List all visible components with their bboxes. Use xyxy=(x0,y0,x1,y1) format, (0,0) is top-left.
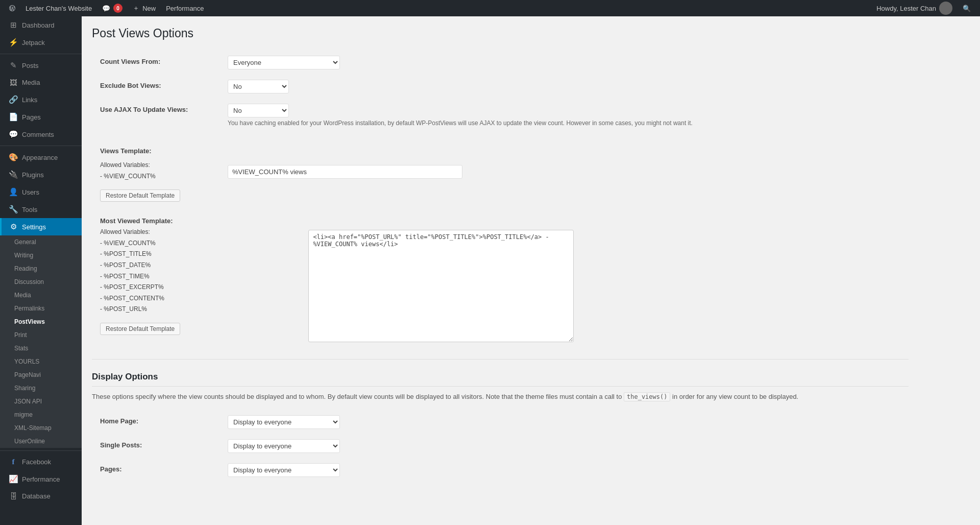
sidebar-item-users[interactable]: 👤 Users xyxy=(0,183,82,201)
home-page-select[interactable]: Display to everyone Display to logged in… xyxy=(228,415,340,429)
pages-label: Pages: xyxy=(92,458,219,482)
display-options-table: Home Page: Display to everyone Display t… xyxy=(92,410,909,482)
count-views-label: Count Views From: xyxy=(92,51,219,75)
comments-nav-icon: 💬 xyxy=(9,130,18,139)
sidebar-item-label: Dashboard xyxy=(22,21,55,29)
views-template-input[interactable] xyxy=(228,165,462,179)
site-name-link[interactable]: Lester Chan's Website xyxy=(20,0,97,16)
submenu-item-general[interactable]: General xyxy=(0,235,82,249)
submenu-item-stats[interactable]: Stats xyxy=(0,342,82,355)
users-icon: 👤 xyxy=(9,187,18,197)
ajax-update-label: Use AJAX To Update Views: xyxy=(92,99,219,132)
sidebar-item-jetpack[interactable]: ⚡ Jetpack xyxy=(0,34,82,51)
search-icon: 🔍 xyxy=(963,5,971,12)
media-icon: 🖼 xyxy=(9,78,18,87)
submenu-item-yourls[interactable]: YOURLS xyxy=(0,355,82,368)
sidebar-item-label: Jetpack xyxy=(22,39,45,46)
sidebar-item-label: Appearance xyxy=(22,154,58,161)
home-page-label: Home Page: xyxy=(92,410,219,434)
howdy-menu[interactable]: Howdy, Lester Chan xyxy=(871,0,958,16)
submenu-item-print[interactable]: Print xyxy=(0,328,82,342)
sidebar-item-dashboard[interactable]: ⊞ Dashboard xyxy=(0,16,82,34)
comments-count: 0 xyxy=(113,4,122,13)
sidebar-item-label: Facebook xyxy=(22,458,51,466)
submenu-item-pagenavi[interactable]: PageNavi xyxy=(0,368,82,381)
submenu-item-useronline[interactable]: UserOnline xyxy=(0,435,82,448)
display-options-heading: Display Options xyxy=(92,372,909,387)
database-icon: 🗄 xyxy=(9,492,18,500)
sidebar-item-label: Links xyxy=(22,96,37,104)
sidebar-item-facebook[interactable]: f Facebook xyxy=(0,454,82,470)
sidebar-item-settings[interactable]: ⚙ Settings xyxy=(0,218,82,235)
wp-logo[interactable] xyxy=(4,0,20,16)
facebook-icon: f xyxy=(9,458,18,466)
most-viewed-label: Most Viewed Template: xyxy=(100,217,173,225)
submenu-item-sharing[interactable]: Sharing xyxy=(0,381,82,395)
ajax-description: You have caching enabled for your WordPr… xyxy=(228,120,900,127)
exclude-bot-select[interactable]: No Yes xyxy=(228,80,289,93)
new-label: New xyxy=(142,5,156,12)
views-template-label: Views Template: xyxy=(92,140,219,160)
sidebar-item-label: Media xyxy=(22,79,40,86)
settings-icon: ⚙ xyxy=(9,222,18,231)
settings-submenu: General Writing Reading Discussion Media… xyxy=(0,235,82,448)
main-content: Post Views Options Count Views From: Eve… xyxy=(82,16,980,525)
pages-display-select[interactable]: Display to everyone Display to logged in… xyxy=(228,463,340,477)
sidebar-item-database[interactable]: 🗄 Database xyxy=(0,488,82,505)
submenu-item-discussion[interactable]: Discussion xyxy=(0,275,82,289)
most-viewed-restore-button[interactable]: Restore Default Template xyxy=(100,323,180,335)
most-viewed-allowed-vars: Allowed Variables: - %VIEW_COUNT% - %POS… xyxy=(100,227,292,315)
sidebar-item-tools[interactable]: 🔧 Tools xyxy=(0,201,82,218)
jetpack-icon: ⚡ xyxy=(9,38,18,47)
submenu-item-migme[interactable]: migme xyxy=(0,408,82,421)
pages-icon: 📄 xyxy=(9,112,18,122)
most-viewed-template-textarea[interactable]: <li><a href="%POST_URL%" title="%POST_TI… xyxy=(308,230,574,342)
sidebar-item-media[interactable]: 🖼 Media xyxy=(0,74,82,91)
views-template-section: Views Template: Allowed Variables: - %VI… xyxy=(92,140,909,207)
count-views-select[interactable]: Everyone Logged in users only Guests onl… xyxy=(228,56,340,69)
new-content-button[interactable]: ＋ New xyxy=(128,0,161,16)
display-options-divider xyxy=(92,359,909,360)
submenu-item-permalinks[interactable]: Permalinks xyxy=(0,302,82,315)
single-posts-select[interactable]: Display to everyone Display to logged in… xyxy=(228,439,340,453)
sidebar-item-comments[interactable]: 💬 Comments xyxy=(0,126,82,143)
admin-sidebar: ⊞ Dashboard ⚡ Jetpack ✎ Posts 🖼 Media 🔗 … xyxy=(0,16,82,525)
submenu-item-media[interactable]: Media xyxy=(0,289,82,302)
sidebar-item-performance[interactable]: 📈 Performance xyxy=(0,470,82,488)
sidebar-item-label: Comments xyxy=(22,131,54,138)
appearance-icon: 🎨 xyxy=(9,153,18,162)
howdy-text: Howdy, Lester Chan xyxy=(876,5,936,12)
posts-icon: ✎ xyxy=(9,61,18,70)
performance-link[interactable]: Performance xyxy=(161,0,209,16)
links-icon: 🔗 xyxy=(9,95,18,104)
ajax-update-select[interactable]: No Yes xyxy=(228,104,289,117)
sidebar-item-links[interactable]: 🔗 Links xyxy=(0,91,82,108)
sidebar-item-label: Database xyxy=(22,492,51,500)
comment-icon: 💬 xyxy=(102,5,110,12)
site-name-text: Lester Chan's Website xyxy=(26,5,92,12)
submenu-item-writing[interactable]: Writing xyxy=(0,249,82,262)
sidebar-item-pages[interactable]: 📄 Pages xyxy=(0,108,82,126)
sidebar-item-label: Performance xyxy=(22,475,60,483)
sidebar-item-plugins[interactable]: 🔌 Plugins xyxy=(0,166,82,183)
sidebar-item-label: Plugins xyxy=(22,171,44,179)
sidebar-item-label: Pages xyxy=(22,113,41,121)
sidebar-item-posts[interactable]: ✎ Posts xyxy=(0,57,82,74)
tools-icon: 🔧 xyxy=(9,205,18,214)
comments-link[interactable]: 💬 0 xyxy=(97,0,128,16)
submenu-item-jsonapi[interactable]: JSON API xyxy=(0,395,82,408)
display-options-description: These options specify where the view cou… xyxy=(92,392,909,402)
sidebar-item-appearance[interactable]: 🎨 Appearance xyxy=(0,149,82,166)
exclude-bot-label: Exclude Bot Views: xyxy=(92,75,219,99)
count-views-section: Count Views From: Everyone Logged in use… xyxy=(92,51,909,132)
views-restore-button[interactable]: Restore Default Template xyxy=(100,189,180,202)
plugins-icon: 🔌 xyxy=(9,170,18,179)
submenu-item-xmlsitemap[interactable]: XML-Sitemap xyxy=(0,421,82,435)
submenu-item-postviews[interactable]: PostViews xyxy=(0,315,82,328)
search-button[interactable]: 🔍 xyxy=(958,0,976,16)
page-title: Post Views Options xyxy=(92,27,909,40)
avatar xyxy=(939,2,952,15)
sidebar-item-label: Tools xyxy=(22,206,37,213)
performance-label: Performance xyxy=(166,5,204,12)
submenu-item-reading[interactable]: Reading xyxy=(0,262,82,275)
